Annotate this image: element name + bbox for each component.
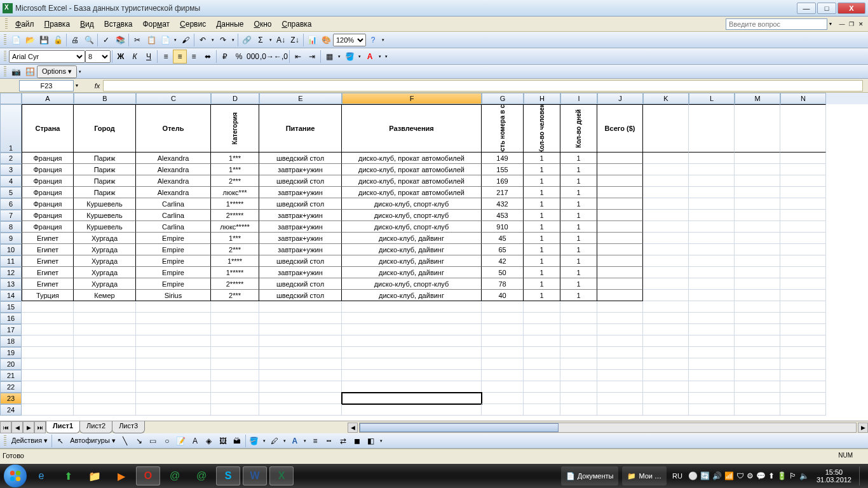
cell-J7[interactable] (597, 210, 643, 221)
menu-view[interactable]: Вид (75, 18, 99, 30)
cell-F17[interactable] (342, 324, 482, 336)
name-box[interactable] (19, 80, 74, 92)
cell-E17[interactable] (259, 324, 342, 336)
cell-K8[interactable] (643, 221, 689, 233)
cell-F14[interactable]: диско-клуб, дайвинг (342, 290, 482, 301)
cell-C19[interactable] (136, 347, 211, 358)
shadow-icon[interactable]: ◼ (350, 434, 364, 448)
cell-M23[interactable] (735, 393, 780, 404)
cell-B13[interactable]: Хургада (74, 278, 136, 290)
cell-M14[interactable] (735, 290, 780, 301)
row-header-8[interactable]: 8 (0, 221, 22, 233)
cell-B6[interactable]: Куршевель (74, 198, 136, 210)
font-color-icon[interactable]: A (363, 50, 377, 64)
cell-G2[interactable]: 149 (482, 152, 524, 164)
cell-G14[interactable]: 40 (482, 290, 524, 301)
cell-J2[interactable] (597, 152, 643, 164)
cell-I10[interactable]: 1 (560, 244, 597, 255)
autosum-icon[interactable]: Σ (254, 33, 268, 47)
row-header-22[interactable]: 22 (0, 381, 22, 393)
cell-B24[interactable] (74, 404, 136, 416)
cell-N21[interactable] (780, 370, 826, 381)
cell-N4[interactable] (780, 175, 826, 187)
cell-H16[interactable] (524, 313, 560, 324)
cell-D10[interactable]: 2*** (211, 244, 259, 255)
cell-C5[interactable]: Alexandra (136, 187, 211, 198)
cell-B7[interactable]: Куршевель (74, 210, 136, 221)
cell-L24[interactable] (689, 404, 735, 416)
cell-L8[interactable] (689, 221, 735, 233)
percent-icon[interactable]: % (232, 50, 246, 64)
toolbar-grip[interactable] (5, 18, 8, 30)
cell-D3[interactable]: 1*** (211, 164, 259, 175)
row-header-7[interactable]: 7 (0, 210, 22, 221)
cell-E13[interactable]: шведский стол (259, 278, 342, 290)
open-icon[interactable]: 📂 (23, 33, 37, 47)
font-color-icon[interactable]: A (288, 434, 302, 448)
cell-F18[interactable] (342, 336, 482, 347)
cell-I6[interactable]: 1 (560, 198, 597, 210)
help-question-input[interactable] (726, 18, 827, 30)
cell-M16[interactable] (735, 313, 780, 324)
taskbar-mail-icon[interactable]: @ (163, 466, 187, 485)
cell-F7[interactable]: диско-клуб, спорт-клуб (342, 210, 482, 221)
increase-decimal-icon[interactable]: ,0→ (260, 50, 274, 64)
cell-F19[interactable] (342, 347, 482, 358)
row-header-9[interactable]: 9 (0, 233, 22, 244)
cell-E10[interactable]: завтрак+ужин (259, 244, 342, 255)
cell-H8[interactable]: 1 (524, 221, 560, 233)
cell-E24[interactable] (259, 404, 342, 416)
cell-N5[interactable] (780, 187, 826, 198)
row-header-12[interactable]: 12 (0, 267, 22, 278)
cell-L19[interactable] (689, 347, 735, 358)
cell-J4[interactable] (597, 175, 643, 187)
arrow-icon[interactable]: ↘ (132, 434, 146, 448)
oval-icon[interactable]: ○ (160, 434, 174, 448)
cell-E23[interactable] (259, 393, 342, 404)
cell-H3[interactable]: 1 (524, 164, 560, 175)
cell-G21[interactable] (482, 370, 524, 381)
header-total[interactable]: Всего ($) (597, 104, 643, 152)
cell-B22[interactable] (74, 381, 136, 393)
cell-B23[interactable] (74, 393, 136, 404)
cell-B3[interactable]: Париж (74, 164, 136, 175)
cell-C3[interactable]: Alexandra (136, 164, 211, 175)
cell-F24[interactable] (342, 404, 482, 416)
cell-C15[interactable] (136, 301, 211, 313)
cell-H7[interactable]: 1 (524, 210, 560, 221)
cell-E11[interactable]: шведский стол (259, 255, 342, 267)
line-icon[interactable]: ╲ (118, 434, 132, 448)
cell-F5[interactable]: диско-клуб, прокат автомобилей (342, 187, 482, 198)
cell-A20[interactable] (22, 358, 74, 370)
cell-L20[interactable] (689, 358, 735, 370)
cell-I19[interactable] (560, 347, 597, 358)
tray-icon[interactable]: ⬆ (768, 471, 775, 480)
cell-C23[interactable] (136, 393, 211, 404)
hyperlink-icon[interactable]: 🔗 (240, 33, 254, 47)
col-header-C[interactable]: C (136, 93, 211, 104)
cell-K5[interactable] (643, 187, 689, 198)
cell-D7[interactable]: 2***** (211, 210, 259, 221)
cell-A9[interactable]: Египет (22, 233, 74, 244)
cell-C24[interactable] (136, 404, 211, 416)
cell-J11[interactable] (597, 255, 643, 267)
cell-J17[interactable] (597, 324, 643, 336)
cell-G22[interactable] (482, 381, 524, 393)
cell-M13[interactable] (735, 278, 780, 290)
col-header-I[interactable]: I (560, 93, 597, 104)
cell-K4[interactable] (643, 175, 689, 187)
cell-J22[interactable] (597, 381, 643, 393)
header-people[interactable]: Кол-во человек (524, 104, 560, 152)
cell-G19[interactable] (482, 347, 524, 358)
cell-F20[interactable] (342, 358, 482, 370)
cell-A16[interactable] (22, 313, 74, 324)
cell-E20[interactable] (259, 358, 342, 370)
spreadsheet-grid[interactable]: A B C D E F G H I J K L M N 1 Страна Гор… (0, 93, 868, 421)
cell-D23[interactable] (211, 393, 259, 404)
cell-M4[interactable] (735, 175, 780, 187)
sheet-tab-1[interactable]: Лист1 (46, 421, 80, 433)
fx-label[interactable]: fx (92, 82, 103, 90)
tray-icon[interactable]: ⚙ (747, 471, 754, 480)
cell-C13[interactable]: Empire (136, 278, 211, 290)
cell-L7[interactable] (689, 210, 735, 221)
